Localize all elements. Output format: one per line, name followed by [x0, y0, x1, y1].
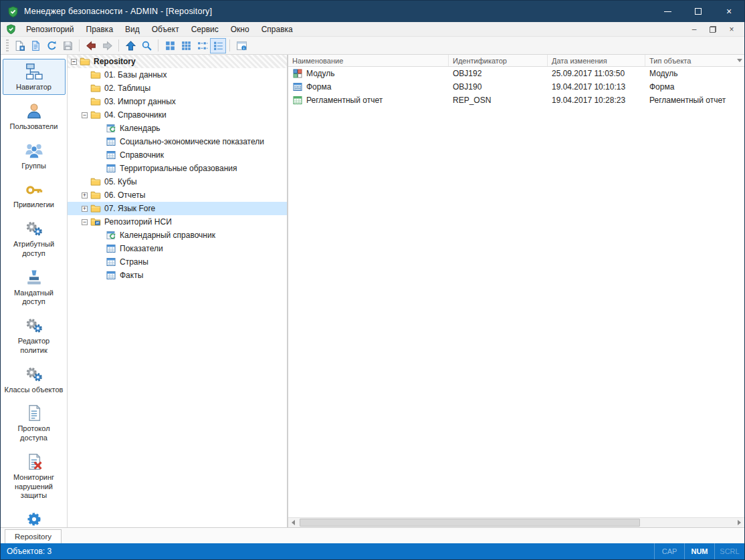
search-icon [141, 40, 152, 51]
tree-node-reports[interactable]: + 06. Отчеты [68, 188, 287, 202]
tree-node-calendar-dictionary[interactable]: Календарный справочник [68, 229, 287, 242]
toolbar-separator [79, 39, 80, 51]
sidebar-item-object-classes[interactable]: Классы объектов [3, 362, 66, 398]
expander-icon[interactable]: − [71, 59, 77, 65]
cell-type: Форма [645, 82, 744, 92]
num-lock-indicator: NUM [684, 543, 714, 559]
expander-icon[interactable]: − [82, 112, 88, 118]
document-error-icon [25, 452, 43, 471]
sidebar-item-violation-monitoring[interactable]: Мониторинг нарушений защиты [3, 449, 66, 503]
close-button[interactable]: × [714, 1, 744, 22]
tree-node-data-import[interactable]: 03. Импорт данных [68, 95, 287, 108]
minimize-icon [664, 11, 671, 12]
properties-button[interactable] [233, 38, 249, 53]
tree-node-territorial[interactable]: Территориальные образования [68, 162, 287, 175]
save-button[interactable] [60, 38, 76, 53]
create-document-button[interactable] [27, 38, 43, 53]
tree-node-facts[interactable]: Факты [68, 269, 287, 282]
toolbar-grip[interactable] [6, 39, 9, 51]
tree-node-countries[interactable]: Страны [68, 255, 287, 269]
search-button[interactable] [138, 38, 154, 53]
large-icons-view-icon [165, 40, 176, 51]
forward-button[interactable] [99, 38, 115, 53]
scrollbar-track[interactable] [298, 518, 734, 527]
tree-node-repository[interactable]: − Repository [68, 55, 287, 68]
sidebar-item-navigator[interactable]: Навигатор [3, 59, 66, 95]
menu-repository[interactable]: Репозиторий [20, 22, 80, 36]
mdi-close-button[interactable]: × [723, 23, 740, 35]
column-header-name[interactable]: Наименование [288, 55, 449, 66]
table-row-report[interactable]: Регламентный отчет REP_OSN 19.04.2017 10… [288, 94, 744, 107]
sidebar-item-attribute-access[interactable]: Атрибутный доступ [3, 216, 66, 261]
window-title: Менеджер безопасности - ADMIN - [Reposit… [24, 7, 212, 16]
table-row-form[interactable]: Форма OBJ190 19.04.2017 10:10:13 Форма [288, 80, 744, 94]
tree-node-fore-language[interactable]: + 07. Язык Fore [68, 202, 287, 215]
menu-object[interactable]: Объект [146, 22, 185, 36]
sidebar-item-access-log[interactable]: Протокол доступа [3, 400, 66, 446]
tree-node-label: Repository [94, 57, 136, 66]
tree-node-dictionaries[interactable]: − 04. Справочники [68, 108, 287, 122]
refresh-icon [46, 40, 58, 51]
menu-service[interactable]: Сервис [185, 22, 225, 36]
tab-repository[interactable]: Repository [5, 529, 62, 543]
mdi-restore-button[interactable] [704, 23, 722, 35]
minimize-button[interactable] [652, 1, 683, 22]
table-icon [106, 243, 116, 254]
sidebar-item-users[interactable]: Пользователи [3, 98, 66, 134]
expander-icon[interactable]: + [82, 192, 88, 198]
tree-node-calendar[interactable]: Календарь [68, 122, 287, 135]
folder-icon [90, 83, 101, 94]
column-chooser-icon[interactable] [737, 59, 742, 62]
scroll-lock-indicator: SCRL [714, 543, 744, 559]
tree-node-cubes[interactable]: 05. Кубы [68, 175, 287, 188]
scroll-right-button[interactable] [734, 518, 744, 527]
expander-icon[interactable]: − [82, 219, 88, 225]
sidebar-item-policy-editor[interactable]: Редактор политик [3, 313, 66, 358]
repository-icon [90, 217, 101, 227]
expander-icon[interactable]: + [82, 206, 88, 212]
create-object-button[interactable] [11, 38, 27, 53]
calendar-icon [106, 123, 116, 134]
view-list-button[interactable] [194, 38, 210, 53]
cell-modified: 19.04.2017 10:28:23 [548, 96, 645, 105]
save-icon [62, 40, 74, 51]
view-small-icons-button[interactable] [178, 38, 194, 53]
mdi-minimize-button[interactable]: – [685, 23, 703, 35]
sidebar-item-label: Редактор политик [5, 337, 64, 356]
folder-icon [90, 176, 101, 187]
column-header-modified[interactable]: Дата изменения [548, 55, 645, 66]
scroll-left-button[interactable] [288, 518, 298, 527]
properties-icon [236, 40, 247, 51]
sidebar-item-service[interactable]: Сервис [3, 507, 66, 527]
folder-icon [90, 96, 101, 107]
tree-node-nsi-repository[interactable]: − Репозиторий НСИ [68, 215, 287, 229]
tree-node-tables[interactable]: 02. Таблицы [68, 82, 287, 95]
menu-view[interactable]: Вид [119, 22, 146, 36]
sidebar-item-groups[interactable]: Группы [3, 138, 66, 174]
tree-node-label: Репозиторий НСИ [104, 217, 172, 227]
tree-node-indicators[interactable]: Показатели [68, 242, 287, 255]
table-row-module[interactable]: Модуль OBJ192 25.09.2017 11:03:50 Модуль [288, 67, 744, 80]
main-area: Навигатор Пользователи Группы Привилегии… [1, 55, 744, 527]
view-large-icons-button[interactable] [162, 38, 178, 53]
sidebar-item-mandatory-access[interactable]: Мандатный доступ [3, 265, 66, 310]
back-button[interactable] [83, 38, 99, 53]
tree-node-label: Справочник [120, 150, 164, 160]
sidebar-item-privileges[interactable]: Привилегии [3, 176, 66, 213]
menu-edit[interactable]: Правка [80, 22, 120, 36]
tree-node-dictionary[interactable]: Справочник [68, 148, 287, 162]
tree-node-socioeconomic[interactable]: Социально-экономические показатели [68, 135, 287, 148]
menu-window[interactable]: Окно [225, 22, 255, 36]
up-level-button[interactable] [122, 38, 138, 53]
scrollbar-thumb[interactable] [300, 519, 640, 527]
maximize-button[interactable] [683, 1, 714, 22]
refresh-button[interactable] [43, 38, 60, 53]
horizontal-scrollbar[interactable] [288, 517, 744, 527]
view-details-button[interactable] [210, 38, 226, 53]
column-header-identifier[interactable]: Идентификатор [449, 55, 548, 66]
column-header-type[interactable]: Тип объекта [645, 55, 744, 66]
menu-help[interactable]: Справка [255, 22, 299, 36]
tree-node-databases[interactable]: 01. Базы данных [68, 68, 287, 82]
sidebar-item-label: Атрибутный доступ [5, 240, 64, 259]
sidebar-item-label: Группы [21, 162, 46, 171]
